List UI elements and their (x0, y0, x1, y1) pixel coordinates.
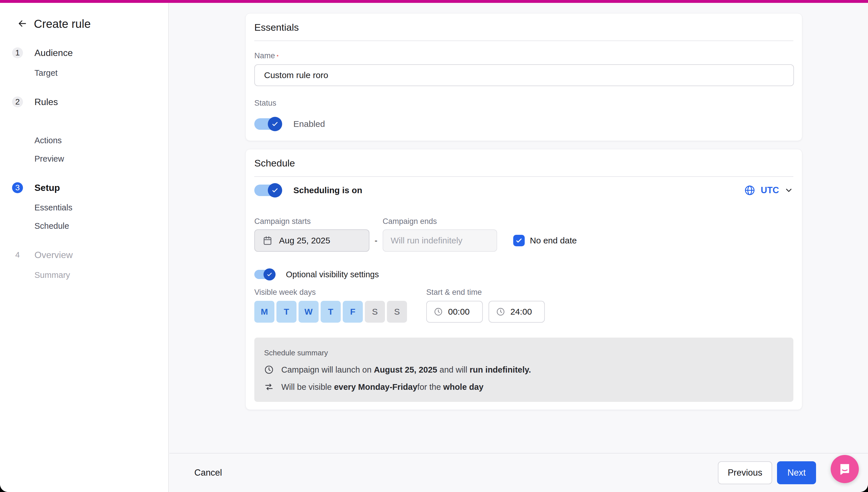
schedule-summary-title: Schedule summary (264, 348, 784, 358)
chevron-down-icon (784, 186, 793, 195)
brand-accent-bar (0, 0, 868, 3)
cancel-button[interactable]: Cancel (193, 467, 224, 478)
chat-bubble-icon (837, 462, 852, 476)
sidebar-item-target[interactable]: Target (34, 68, 58, 77)
start-end-time-label: Start & end time (426, 288, 482, 297)
sidebar-item-actions[interactable]: Actions (34, 136, 62, 145)
step-number-badge: 3 (12, 182, 23, 193)
campaign-starts-label: Campaign starts (254, 217, 382, 226)
timezone-value: UTC (761, 185, 779, 195)
sidebar-item-schedule[interactable]: Schedule (34, 221, 69, 230)
step-label: Overview (34, 250, 73, 260)
schedule-summary-box: Schedule summary Campaign will launch on… (254, 338, 793, 402)
start-time-value: 00:00 (448, 307, 470, 317)
toggle-knob (264, 268, 276, 280)
campaign-start-date-input[interactable]: Aug 25, 2025 (254, 229, 369, 252)
back-button[interactable] (16, 17, 29, 30)
name-label: Name (254, 51, 275, 60)
schedule-heading: Schedule (254, 157, 793, 169)
rule-name-input[interactable] (254, 64, 794, 86)
status-label: Status (254, 99, 276, 107)
scheduling-state-label: Scheduling is on (293, 186, 362, 195)
wizard-footer: Cancel Previous Next (169, 453, 868, 492)
globe-icon (744, 184, 755, 196)
step-number-badge: 4 (12, 249, 23, 260)
end-time-input[interactable]: 24:00 (489, 301, 545, 323)
optional-visibility-toggle[interactable] (254, 270, 274, 279)
essentials-heading: Essentials (254, 22, 793, 33)
sidebar-item-summary[interactable]: Summary (34, 270, 70, 279)
arrow-left-icon (17, 18, 28, 29)
campaign-end-date-input[interactable]: Will run indefinitely (382, 229, 497, 252)
main-content: Essentials Name* Status Enabled Sc (169, 3, 868, 492)
status-value: Enabled (293, 119, 325, 129)
optional-visibility-label: Optional visibility settings (286, 270, 379, 279)
divider (254, 176, 793, 177)
clock-icon (434, 307, 443, 316)
required-asterisk: * (277, 54, 278, 59)
toggle-knob (268, 183, 282, 197)
end-time-value: 24:00 (510, 307, 532, 317)
no-end-date-label: No end date (530, 236, 577, 245)
calendar-icon (262, 236, 273, 246)
step-label: Audience (34, 48, 73, 58)
day-button-tuesday[interactable]: T (276, 301, 297, 323)
previous-button[interactable]: Previous (718, 461, 772, 484)
sidebar-step-overview[interactable]: 4 Overview (12, 249, 73, 261)
sidebar-step-rules[interactable]: 2 Rules (12, 96, 58, 108)
start-time-input[interactable]: 00:00 (426, 301, 483, 323)
summary-line-visibility-text: Will be visible every Monday-Fridayfor t… (281, 383, 483, 392)
schedule-card: Schedule Scheduling is on UTC Campaign s (245, 149, 802, 410)
campaign-start-date-value: Aug 25, 2025 (279, 236, 330, 245)
next-button[interactable]: Next (777, 461, 816, 484)
summary-line-launch-text: Campaign will launch on August 25, 2025 … (281, 365, 531, 375)
chat-launcher-button[interactable] (831, 455, 859, 483)
status-toggle[interactable] (254, 118, 281, 130)
step-label: Rules (34, 97, 58, 107)
no-end-date-checkbox[interactable] (513, 235, 525, 246)
date-range-separator: - (369, 236, 382, 245)
day-button-friday[interactable]: F (343, 301, 363, 323)
check-icon (271, 187, 279, 194)
sidebar-item-preview[interactable]: Preview (34, 154, 64, 163)
page-title: Create rule (34, 17, 91, 30)
step-label: Setup (34, 182, 60, 193)
check-icon (266, 271, 273, 277)
create-rule-screen: Create rule 1 Audience Target 2 Rules Ac… (0, 0, 868, 492)
visible-week-days-label: Visible week days (254, 288, 426, 297)
campaign-ends-label: Campaign ends (382, 217, 437, 226)
check-icon (515, 237, 523, 244)
step-number-badge: 2 (12, 96, 23, 107)
divider (254, 41, 793, 41)
day-button-saturday[interactable]: S (365, 301, 385, 323)
sidebar-step-audience[interactable]: 1 Audience (12, 47, 73, 59)
scheduling-toggle[interactable] (254, 184, 281, 196)
essentials-card: Essentials Name* Status Enabled (245, 13, 802, 141)
day-button-thursday[interactable]: T (321, 301, 341, 323)
sidebar-step-setup[interactable]: 3 Setup (12, 181, 60, 194)
wizard-sidebar: Create rule 1 Audience Target 2 Rules Ac… (0, 3, 169, 492)
summary-line-visibility: Will be visible every Monday-Fridayfor t… (264, 382, 784, 392)
clock-icon (496, 307, 505, 316)
repeat-icon (264, 382, 274, 392)
day-button-sunday[interactable]: S (387, 301, 407, 323)
day-button-wednesday[interactable]: W (299, 301, 319, 323)
summary-line-launch: Campaign will launch on August 25, 2025 … (264, 365, 784, 375)
check-icon (271, 120, 279, 128)
step-number-badge: 1 (12, 47, 23, 58)
campaign-end-placeholder: Will run indefinitely (391, 236, 463, 245)
sidebar-item-essentials[interactable]: Essentials (34, 203, 72, 212)
day-button-monday[interactable]: M (254, 301, 274, 323)
timezone-selector[interactable]: UTC (744, 184, 793, 196)
clock-icon (264, 365, 274, 375)
toggle-knob (268, 117, 282, 131)
